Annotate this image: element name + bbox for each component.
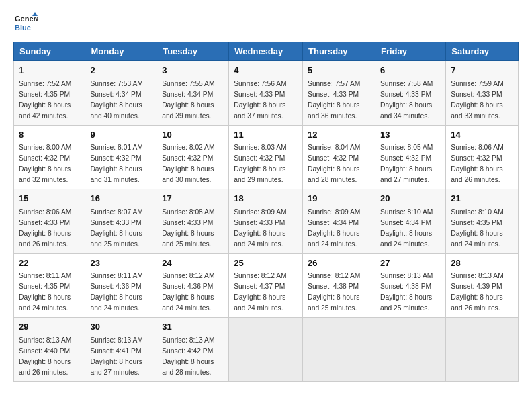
- weekday-sunday: Sunday: [14, 42, 85, 61]
- day-number: 28: [451, 257, 513, 270]
- calendar-cell: 7Sunrise: 7:59 AMSunset: 4:33 PMDaylight…: [446, 61, 519, 126]
- day-number: 4: [234, 64, 298, 77]
- day-number: 26: [308, 257, 370, 270]
- day-info: Sunrise: 7:52 AMSunset: 4:35 PMDaylight:…: [19, 80, 71, 120]
- logo: General Blue: [13, 11, 38, 35]
- day-info: Sunrise: 8:11 AMSunset: 4:35 PMDaylight:…: [19, 272, 71, 312]
- weekday-wednesday: Wednesday: [229, 42, 303, 61]
- day-number: 2: [90, 64, 152, 77]
- day-info: Sunrise: 8:06 AMSunset: 4:33 PMDaylight:…: [19, 208, 71, 248]
- calendar-cell: 10Sunrise: 8:02 AMSunset: 4:32 PMDayligh…: [157, 125, 229, 189]
- day-info: Sunrise: 8:09 AMSunset: 4:33 PMDaylight:…: [234, 208, 286, 248]
- day-info: Sunrise: 8:13 AMSunset: 4:41 PMDaylight:…: [90, 336, 142, 376]
- day-info: Sunrise: 7:59 AMSunset: 4:33 PMDaylight:…: [451, 80, 503, 120]
- day-info: Sunrise: 7:57 AMSunset: 4:33 PMDaylight:…: [308, 80, 360, 120]
- day-info: Sunrise: 7:53 AMSunset: 4:34 PMDaylight:…: [90, 80, 142, 120]
- day-number: 15: [19, 193, 80, 205]
- calendar-cell: 8Sunrise: 8:00 AMSunset: 4:32 PMDaylight…: [14, 125, 85, 189]
- calendar-cell: 23Sunrise: 8:11 AMSunset: 4:36 PMDayligh…: [85, 253, 157, 318]
- calendar-cell: 4Sunrise: 7:56 AMSunset: 4:33 PMDaylight…: [229, 61, 303, 126]
- weekday-thursday: Thursday: [303, 42, 375, 61]
- day-number: 8: [19, 129, 80, 142]
- calendar-cell: [375, 318, 445, 382]
- day-number: 24: [162, 257, 224, 270]
- day-number: 16: [90, 193, 152, 205]
- day-info: Sunrise: 8:00 AMSunset: 4:32 PMDaylight:…: [19, 144, 71, 183]
- calendar-cell: 21Sunrise: 8:10 AMSunset: 4:35 PMDayligh…: [446, 189, 519, 254]
- day-number: 1: [19, 64, 80, 77]
- day-number: 11: [234, 129, 298, 142]
- day-number: 14: [451, 129, 513, 142]
- day-info: Sunrise: 7:58 AMSunset: 4:33 PMDaylight:…: [380, 80, 433, 120]
- day-info: Sunrise: 8:07 AMSunset: 4:33 PMDaylight:…: [90, 208, 142, 248]
- calendar-cell: 15Sunrise: 8:06 AMSunset: 4:33 PMDayligh…: [14, 189, 85, 254]
- calendar-cell: 25Sunrise: 8:12 AMSunset: 4:37 PMDayligh…: [229, 253, 303, 318]
- day-info: Sunrise: 8:08 AMSunset: 4:33 PMDaylight:…: [162, 208, 214, 248]
- day-number: 19: [308, 193, 370, 205]
- calendar-cell: 24Sunrise: 8:12 AMSunset: 4:36 PMDayligh…: [157, 253, 229, 318]
- day-info: Sunrise: 8:12 AMSunset: 4:36 PMDaylight:…: [162, 272, 214, 312]
- calendar-cell: 5Sunrise: 7:57 AMSunset: 4:33 PMDaylight…: [303, 61, 375, 126]
- day-number: 17: [162, 193, 224, 205]
- calendar-cell: 26Sunrise: 8:12 AMSunset: 4:38 PMDayligh…: [303, 253, 375, 318]
- calendar-table: SundayMondayTuesdayWednesdayThursdayFrid…: [13, 42, 519, 382]
- day-info: Sunrise: 8:04 AMSunset: 4:32 PMDaylight:…: [308, 144, 360, 183]
- day-info: Sunrise: 8:13 AMSunset: 4:38 PMDaylight:…: [380, 272, 433, 312]
- calendar-body: 1Sunrise: 7:52 AMSunset: 4:35 PMDaylight…: [14, 61, 519, 382]
- calendar-cell: 19Sunrise: 8:09 AMSunset: 4:34 PMDayligh…: [303, 189, 375, 254]
- day-info: Sunrise: 8:02 AMSunset: 4:32 PMDaylight:…: [162, 144, 214, 183]
- day-info: Sunrise: 8:05 AMSunset: 4:32 PMDaylight:…: [380, 144, 433, 183]
- calendar-cell: 27Sunrise: 8:13 AMSunset: 4:38 PMDayligh…: [375, 253, 445, 318]
- week-row-3: 15Sunrise: 8:06 AMSunset: 4:33 PMDayligh…: [14, 189, 519, 254]
- day-number: 23: [90, 257, 152, 270]
- header: General Blue: [13, 11, 519, 35]
- day-info: Sunrise: 7:56 AMSunset: 4:33 PMDaylight:…: [234, 80, 286, 120]
- svg-marker-2: [32, 12, 38, 16]
- calendar-cell: [229, 318, 303, 382]
- day-info: Sunrise: 8:01 AMSunset: 4:32 PMDaylight:…: [90, 144, 142, 183]
- calendar-cell: 22Sunrise: 8:11 AMSunset: 4:35 PMDayligh…: [14, 253, 85, 318]
- day-info: Sunrise: 8:13 AMSunset: 4:39 PMDaylight:…: [451, 272, 503, 312]
- day-info: Sunrise: 8:13 AMSunset: 4:42 PMDaylight:…: [162, 336, 214, 376]
- day-info: Sunrise: 8:03 AMSunset: 4:32 PMDaylight:…: [234, 144, 286, 183]
- day-info: Sunrise: 8:10 AMSunset: 4:34 PMDaylight:…: [380, 208, 433, 248]
- day-number: 3: [162, 64, 224, 77]
- calendar-cell: 29Sunrise: 8:13 AMSunset: 4:40 PMDayligh…: [14, 318, 85, 382]
- day-number: 6: [380, 64, 441, 77]
- calendar-cell: 2Sunrise: 7:53 AMSunset: 4:34 PMDaylight…: [85, 61, 157, 126]
- calendar-cell: 20Sunrise: 8:10 AMSunset: 4:34 PMDayligh…: [375, 189, 445, 254]
- calendar-cell: 17Sunrise: 8:08 AMSunset: 4:33 PMDayligh…: [157, 189, 229, 254]
- calendar-cell: 6Sunrise: 7:58 AMSunset: 4:33 PMDaylight…: [375, 61, 445, 126]
- calendar-cell: 1Sunrise: 7:52 AMSunset: 4:35 PMDaylight…: [14, 61, 85, 126]
- calendar-cell: 31Sunrise: 8:13 AMSunset: 4:42 PMDayligh…: [157, 318, 229, 382]
- day-info: Sunrise: 8:13 AMSunset: 4:40 PMDaylight:…: [19, 336, 71, 376]
- day-number: 13: [380, 129, 441, 142]
- day-number: 18: [234, 193, 298, 205]
- day-number: 27: [380, 257, 441, 270]
- week-row-1: 1Sunrise: 7:52 AMSunset: 4:35 PMDaylight…: [14, 61, 519, 126]
- calendar-cell: 30Sunrise: 8:13 AMSunset: 4:41 PMDayligh…: [85, 318, 157, 382]
- day-number: 25: [234, 257, 298, 270]
- week-row-4: 22Sunrise: 8:11 AMSunset: 4:35 PMDayligh…: [14, 253, 519, 318]
- day-number: 20: [380, 193, 441, 205]
- day-number: 9: [90, 129, 152, 142]
- day-number: 30: [90, 321, 152, 334]
- calendar-cell: 3Sunrise: 7:55 AMSunset: 4:34 PMDaylight…: [157, 61, 229, 126]
- day-info: Sunrise: 8:12 AMSunset: 4:37 PMDaylight:…: [234, 272, 286, 312]
- week-row-2: 8Sunrise: 8:00 AMSunset: 4:32 PMDaylight…: [14, 125, 519, 189]
- weekday-monday: Monday: [85, 42, 157, 61]
- day-info: Sunrise: 8:10 AMSunset: 4:35 PMDaylight:…: [451, 208, 503, 248]
- day-number: 7: [451, 64, 513, 77]
- day-number: 21: [451, 193, 513, 205]
- calendar-cell: 18Sunrise: 8:09 AMSunset: 4:33 PMDayligh…: [229, 189, 303, 254]
- calendar-cell: 12Sunrise: 8:04 AMSunset: 4:32 PMDayligh…: [303, 125, 375, 189]
- day-number: 12: [308, 129, 370, 142]
- calendar-cell: 9Sunrise: 8:01 AMSunset: 4:32 PMDaylight…: [85, 125, 157, 189]
- calendar-cell: [446, 318, 519, 382]
- weekday-saturday: Saturday: [446, 42, 519, 61]
- day-info: Sunrise: 8:12 AMSunset: 4:38 PMDaylight:…: [308, 272, 360, 312]
- svg-text:Blue: Blue: [15, 24, 31, 32]
- weekday-tuesday: Tuesday: [157, 42, 229, 61]
- weekday-friday: Friday: [375, 42, 445, 61]
- calendar-cell: 11Sunrise: 8:03 AMSunset: 4:32 PMDayligh…: [229, 125, 303, 189]
